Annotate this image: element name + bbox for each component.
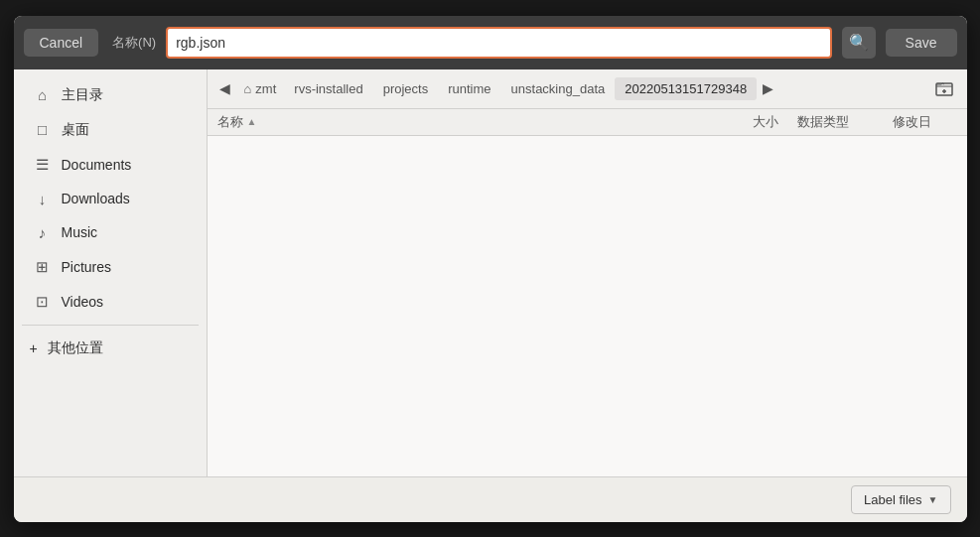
sidebar-item-videos-label: Videos [62, 294, 104, 310]
breadcrumb-back-button[interactable]: ◀ [213, 76, 236, 100]
dropdown-arrow-icon: ▼ [928, 494, 938, 505]
col-date-header[interactable]: 修改日 [868, 113, 957, 131]
label-files-label: Label files [864, 492, 922, 507]
col-name-header[interactable]: 名称 ▲ [217, 113, 709, 131]
sidebar-item-desktop[interactable]: □ 桌面 [18, 113, 203, 147]
desktop-icon: □ [34, 121, 52, 138]
label-files-button[interactable]: Label files ▼ [851, 485, 950, 514]
sidebar-item-other[interactable]: + 其他位置 [14, 332, 207, 365]
col-size-label: 大小 [753, 114, 778, 129]
breadcrumb-unstacking-data[interactable]: unstacking_data [501, 77, 616, 100]
filename-label: 名称(N) [112, 34, 156, 52]
sidebar-item-home-label: 主目录 [62, 86, 103, 104]
breadcrumb-runtime[interactable]: runtime [438, 77, 500, 100]
sidebar-item-music[interactable]: ♪ Music [18, 216, 203, 249]
sidebar-item-other-label: 其他位置 [48, 339, 103, 357]
main-content: ◀ ⌂ zmt rvs-installed projects runtime u… [208, 69, 967, 476]
file-save-dialog: Cancel 名称(N) 🔍 Save ⌂ 主目录 □ 桌面 ☰ Documen… [14, 16, 967, 522]
col-name-label: 名称 [217, 113, 243, 131]
sidebar-item-documents-label: Documents [62, 157, 132, 173]
sidebar-item-downloads[interactable]: ↓ Downloads [18, 183, 203, 215]
sidebar-divider [22, 325, 199, 326]
dialog-header: Cancel 名称(N) 🔍 Save [14, 16, 967, 69]
home-icon: ⌂ [34, 86, 52, 103]
col-size-header[interactable]: 大小 [709, 113, 778, 131]
sidebar-item-desktop-label: 桌面 [62, 121, 89, 139]
new-folder-button[interactable] [927, 75, 961, 101]
sidebar-item-pictures[interactable]: ⊞ Pictures [18, 250, 203, 284]
filename-input[interactable] [166, 27, 831, 59]
downloads-icon: ↓ [34, 191, 52, 207]
breadcrumb-projects[interactable]: projects [373, 77, 439, 100]
sidebar: ⌂ 主目录 □ 桌面 ☰ Documents ↓ Downloads ♪ Mus… [14, 69, 208, 476]
documents-icon: ☰ [34, 156, 52, 174]
dialog-footer: Label files ▼ [14, 476, 967, 522]
breadcrumb-home-label: zmt [255, 81, 276, 96]
dialog-body: ⌂ 主目录 □ 桌面 ☰ Documents ↓ Downloads ♪ Mus… [14, 69, 967, 476]
file-area [208, 136, 967, 476]
sidebar-item-home[interactable]: ⌂ 主目录 [18, 78, 203, 112]
col-date-label: 修改日 [893, 114, 931, 129]
music-icon: ♪ [34, 224, 52, 241]
sidebar-item-pictures-label: Pictures [62, 259, 112, 275]
col-type-header[interactable]: 数据类型 [778, 113, 868, 131]
sidebar-item-downloads-label: Downloads [62, 191, 130, 206]
col-type-label: 数据类型 [797, 114, 849, 129]
pictures-icon: ⊞ [34, 258, 52, 276]
breadcrumb-home-button[interactable]: ⌂ zmt [236, 77, 285, 100]
cancel-button[interactable]: Cancel [24, 29, 99, 57]
videos-icon: ⊡ [34, 293, 52, 311]
breadcrumb-home-icon: ⌂ [244, 81, 252, 96]
breadcrumb-more-button[interactable]: ▶ [757, 76, 779, 100]
search-icon: 🔍 [849, 33, 869, 52]
breadcrumb-rvs-installed[interactable]: rvs-installed [284, 77, 372, 100]
breadcrumb-bar: ◀ ⌂ zmt rvs-installed projects runtime u… [208, 69, 967, 109]
save-button[interactable]: Save [886, 29, 957, 57]
search-button[interactable]: 🔍 [842, 27, 876, 59]
other-icon: + [30, 340, 38, 356]
sidebar-item-documents[interactable]: ☰ Documents [18, 148, 203, 182]
sort-arrow-icon: ▲ [247, 116, 257, 127]
new-folder-icon [935, 79, 953, 97]
sidebar-item-music-label: Music [62, 224, 98, 240]
column-headers: 名称 ▲ 大小 数据类型 修改日 [208, 109, 967, 136]
sidebar-item-videos[interactable]: ⊡ Videos [18, 285, 203, 319]
breadcrumb-current[interactable]: 20220513151729348 [615, 77, 757, 100]
